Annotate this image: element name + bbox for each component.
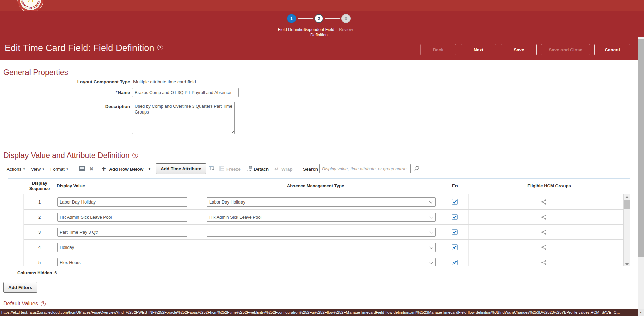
format-menu[interactable]: Format▼ [50, 166, 69, 171]
save-button[interactable]: Save [501, 44, 537, 55]
eligible-hcm-groups-share-icon[interactable] [541, 260, 547, 266]
display-sequence-cell: 5 [24, 255, 55, 266]
table-body: 1 Labor Day Holiday 2 HR Admin Sick Leav… [8, 194, 623, 266]
column-header-display-sequence[interactable]: Display Sequence [24, 181, 55, 191]
scroll-up-icon[interactable] [625, 196, 629, 198]
search-input[interactable] [319, 164, 411, 173]
section-divider [0, 308, 644, 308]
description-label: Description [6, 104, 130, 109]
eligible-hcm-groups-share-icon[interactable] [541, 214, 547, 221]
eligible-hcm-groups-share-icon[interactable] [541, 244, 547, 251]
wizard-connector-1 [298, 18, 313, 19]
enabled-checkbox[interactable] [452, 260, 458, 265]
eligible-hcm-groups-share-icon[interactable] [541, 229, 547, 236]
page-scrollbar[interactable] [638, 37, 644, 309]
absence-management-type-select[interactable]: Labor Day Holiday [207, 197, 436, 207]
absence-management-type-select[interactable]: HR Admin Sick Leave Pool [207, 213, 436, 222]
detach-button[interactable]: Detach [254, 166, 269, 171]
enabled-checkbox[interactable] [452, 199, 458, 205]
status-bar-chevron-icon: ▼ [638, 309, 644, 316]
detach-icon [247, 166, 252, 172]
page-title-text: Edit Time Card Field: Field Definition [5, 43, 154, 53]
absence-management-type-value: Labor Day Holiday [209, 199, 245, 205]
table-row[interactable]: 2 HR Admin Sick Leave Pool [8, 210, 623, 225]
display-value-input[interactable] [57, 243, 187, 252]
column-header-absence-management-type[interactable]: Absence Management Type [190, 183, 441, 188]
name-input[interactable] [132, 88, 239, 97]
wizard-step-2[interactable]: 2 [314, 14, 323, 23]
page-title: Edit Time Card Field: Field Definition? [5, 43, 163, 53]
freeze-button: Freeze [226, 166, 241, 171]
wizard-step-1[interactable]: 1 [287, 14, 296, 23]
header-button-bar: Back Next Save Save and Close Cancel [420, 44, 630, 55]
column-header-eligible-hcm-groups[interactable]: Eligible HCM Groups [468, 183, 630, 188]
chevron-down-icon: ▼ [23, 167, 25, 170]
wizard-step-2-number: 2 [318, 16, 320, 21]
display-value-section-heading: Display Value and Attribute Definition? [3, 151, 138, 160]
display-values-table: Display Sequence Display Value Absence M… [8, 178, 630, 266]
default-values-heading: Default Values? [3, 301, 46, 307]
actions-menu[interactable]: Actions▼ [7, 166, 25, 171]
wizard-step-1-number: 1 [290, 16, 293, 21]
table-row[interactable]: 1 Labor Day Holiday [8, 194, 623, 210]
freeze-icon [219, 166, 224, 172]
table-scrollbar-thumb[interactable] [624, 200, 630, 209]
add-filters-button[interactable]: Add Filters [3, 282, 37, 293]
column-header-enabled[interactable]: En [452, 183, 458, 188]
column-header-display-value[interactable]: Display Value [57, 183, 85, 188]
description-textarea[interactable]: Used by Comp and Overtime 3 Quarters Par… [132, 102, 235, 134]
default-values-help-icon[interactable]: ? [41, 301, 46, 306]
wrap-icon: ↵ [274, 166, 279, 172]
absence-management-type-select[interactable] [207, 243, 436, 252]
chevron-down-icon: ▼ [42, 167, 45, 170]
select-chevron-icon [429, 215, 433, 219]
table-scrollbar[interactable] [623, 194, 630, 266]
display-section-help-icon[interactable]: ? [132, 153, 138, 158]
edit-time-card-field-page: COUNTY OF BRAZOS 1 2 3 Field Definition … [0, 0, 644, 316]
display-value-input[interactable] [57, 228, 187, 237]
display-sequence-cell: 4 [24, 240, 55, 255]
table-row[interactable]: 3 [8, 225, 623, 240]
absence-management-type-select[interactable] [207, 258, 436, 266]
wizard-step-3-label: Review [332, 27, 360, 32]
select-chevron-icon [429, 245, 433, 249]
table-row[interactable]: 4 [8, 240, 623, 255]
required-asterisk: * [116, 90, 117, 95]
eligible-hcm-groups-share-icon[interactable] [541, 199, 547, 206]
columns-hidden-status: Columns Hidden6 [17, 270, 57, 275]
chevron-down-icon: ▼ [66, 167, 69, 170]
view-menu[interactable]: View▼ [31, 166, 45, 171]
search-label: Search [303, 166, 318, 171]
add-row-below-button[interactable]: ✚ Add Row Below [102, 166, 143, 172]
add-row-dropdown-icon[interactable]: ▼ [148, 167, 151, 171]
page-scrollbar-thumb[interactable] [638, 39, 644, 257]
next-button[interactable]: Next [461, 44, 496, 55]
page-help-icon[interactable]: ? [157, 45, 163, 50]
select-chevron-icon [429, 200, 433, 204]
display-value-input[interactable] [57, 213, 187, 222]
wizard-connector-2 [325, 18, 340, 19]
enabled-checkbox[interactable] [452, 229, 458, 235]
table-toolbar: Actions▼ View▼ Format▼ ✖ ✚ Add Row Below… [0, 163, 630, 174]
enabled-checkbox[interactable] [452, 214, 458, 220]
absence-management-type-select[interactable] [207, 228, 436, 237]
enabled-checkbox[interactable] [452, 244, 458, 250]
wizard-step-3-number: 3 [345, 16, 347, 21]
cancel-button[interactable]: Cancel [594, 44, 630, 55]
save-and-close-button[interactable]: Save and Close [541, 44, 590, 55]
scroll-down-icon[interactable] [625, 263, 629, 265]
display-value-input[interactable] [57, 258, 187, 266]
wrap-button: Wrap [281, 166, 293, 171]
delete-row-icon[interactable]: ✖ [89, 166, 94, 172]
add-time-attribute-button[interactable]: Add Time Attribute [156, 163, 206, 174]
display-value-input[interactable] [57, 197, 187, 207]
back-button[interactable]: Back [420, 44, 456, 55]
global-header-band: COUNTY OF BRAZOS [0, 0, 644, 11]
query-by-example-icon[interactable] [209, 166, 214, 172]
edit-row-icon[interactable] [79, 166, 85, 172]
table-row[interactable]: 5 [8, 255, 623, 266]
wizard-step-3: 3 [341, 14, 351, 23]
search-icon[interactable] [414, 166, 420, 172]
table-header-row: Display Sequence Display Value Absence M… [8, 179, 623, 194]
select-chevron-icon [429, 230, 433, 234]
